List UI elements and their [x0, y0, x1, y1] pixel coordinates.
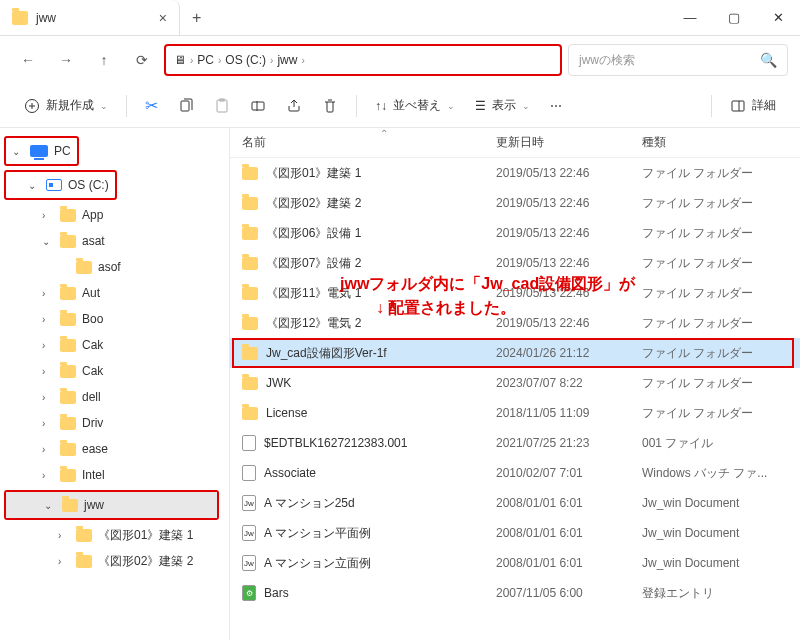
file-date: 2010/02/07 7:01 [496, 466, 642, 480]
file-row[interactable]: 《図形07》設備 22019/05/13 22:46ファイル フォルダー [230, 248, 800, 278]
file-row[interactable]: 《図形06》設備 12019/05/13 22:46ファイル フォルダー [230, 218, 800, 248]
chevron-icon[interactable] [42, 340, 54, 351]
file-name: JWK [266, 376, 291, 390]
jww-file-icon: Jw [242, 495, 256, 511]
chevron-icon[interactable] [42, 392, 54, 403]
tree-item[interactable]: Cak [4, 332, 225, 358]
search-placeholder: jwwの検索 [579, 52, 635, 69]
new-button[interactable]: 新規作成 ⌄ [16, 91, 116, 121]
nav-tree[interactable]: PCOS (C:)AppasatasofAutBooCakCakdellDriv… [0, 128, 230, 640]
folder-icon [242, 287, 258, 300]
tree-item[interactable]: asat [4, 228, 225, 254]
file-name: A マンション平面例 [264, 525, 371, 542]
file-row[interactable]: 《図形02》建築 22019/05/13 22:46ファイル フォルダー [230, 188, 800, 218]
file-date: 2008/01/01 6:01 [496, 496, 642, 510]
tree-item[interactable]: Intel [4, 462, 225, 488]
minimize-button[interactable]: — [668, 0, 712, 36]
rename-button[interactable] [242, 91, 274, 121]
close-button[interactable]: ✕ [756, 0, 800, 36]
file-type: Jw_win Document [642, 496, 800, 510]
breadcrumb-drive[interactable]: OS (C:) [225, 53, 266, 67]
breadcrumb[interactable]: 🖥 › PC › OS (C:) › jww › [164, 44, 562, 76]
tree-item[interactable]: PC [4, 134, 225, 168]
file-row[interactable]: JwA マンション25d2008/01/01 6:01Jw_win Docume… [230, 488, 800, 518]
cut-button[interactable]: ✂ [137, 91, 166, 121]
tree-item[interactable]: OS (C:) [4, 168, 225, 202]
file-row[interactable]: 《図形01》建築 12019/05/13 22:46ファイル フォルダー [230, 158, 800, 188]
file-date: 2008/01/01 6:01 [496, 556, 642, 570]
file-date: 2019/05/13 22:46 [496, 196, 642, 210]
tree-item[interactable]: App [4, 202, 225, 228]
tree-label: ease [82, 442, 108, 456]
chevron-icon[interactable] [42, 470, 54, 481]
chevron-icon[interactable] [42, 418, 54, 429]
file-row[interactable]: JwA マンション立面例2008/01/01 6:01Jw_win Docume… [230, 548, 800, 578]
tree-item[interactable]: Cak [4, 358, 225, 384]
chevron-icon[interactable] [42, 210, 54, 221]
details-pane-button[interactable]: 詳細 [722, 91, 784, 121]
file-row[interactable]: $EDTBLK1627212383.0012021/07/25 21:23001… [230, 428, 800, 458]
chevron-icon[interactable] [58, 556, 70, 567]
copy-button[interactable] [170, 91, 202, 121]
chevron-down-icon: ⌄ [522, 101, 530, 111]
back-button[interactable]: ← [12, 44, 44, 76]
tree-item[interactable]: ease [4, 436, 225, 462]
chevron-icon[interactable] [12, 146, 24, 157]
tree-item[interactable]: Boo [4, 306, 225, 332]
tree-label: Cak [82, 338, 103, 352]
view-button[interactable]: ☰ 表示 ⌄ [467, 91, 538, 121]
trash-icon [322, 98, 338, 114]
tree-item[interactable]: asof [4, 254, 225, 280]
breadcrumb-pc[interactable]: PC [197, 53, 214, 67]
close-tab-icon[interactable]: × [159, 10, 167, 26]
folder-icon [60, 417, 76, 430]
file-row[interactable]: 《図形12》電気 22019/05/13 22:46ファイル フォルダー [230, 308, 800, 338]
file-name: $EDTBLK1627212383.001 [264, 436, 407, 450]
tree-item[interactable]: Aut [4, 280, 225, 306]
chevron-icon[interactable] [42, 236, 54, 247]
file-row[interactable]: 《図形11》電気 12019/05/13 22:46ファイル フォルダー [230, 278, 800, 308]
folder-icon [76, 555, 92, 568]
chevron-icon[interactable] [42, 366, 54, 377]
chevron-icon[interactable] [42, 444, 54, 455]
share-button[interactable] [278, 91, 310, 121]
chevron-icon[interactable] [42, 314, 54, 325]
file-row[interactable]: License2018/11/05 11:09ファイル フォルダー [230, 398, 800, 428]
folder-icon [242, 167, 258, 180]
file-name: A マンション立面例 [264, 555, 371, 572]
tree-item[interactable]: dell [4, 384, 225, 410]
folder-icon [60, 391, 76, 404]
file-name: 《図形01》建築 1 [266, 165, 361, 182]
paste-button[interactable] [206, 91, 238, 121]
file-row[interactable]: ⚙Bars2007/11/05 6:00登録エントリ [230, 578, 800, 608]
file-row[interactable]: JWK2023/07/07 8:22ファイル フォルダー [230, 368, 800, 398]
search-input[interactable]: jwwの検索 🔍 [568, 44, 788, 76]
breadcrumb-jww[interactable]: jww [277, 53, 297, 67]
more-button[interactable]: ⋯ [542, 91, 570, 121]
pc-icon: 🖥 [174, 53, 186, 67]
tree-item[interactable]: 《図形02》建築 2 [4, 548, 225, 574]
tab-jww[interactable]: jww × [0, 0, 180, 35]
chevron-icon[interactable] [58, 530, 70, 541]
chevron-icon[interactable] [44, 500, 56, 511]
sort-button[interactable]: ↑↓ 並べ替え ⌄ [367, 91, 463, 121]
col-type[interactable]: 種類 [642, 134, 800, 151]
new-tab-button[interactable]: + [180, 9, 213, 27]
tree-item[interactable]: Driv [4, 410, 225, 436]
tree-label: 《図形01》建築 1 [98, 527, 193, 544]
file-row[interactable]: Jw_cad設備図形Ver-1f2024/01/26 21:12ファイル フォル… [230, 338, 800, 368]
file-row[interactable]: Associate2010/02/07 7:01Windows バッチ ファ..… [230, 458, 800, 488]
tree-item[interactable]: 《図形01》建築 1 [4, 522, 225, 548]
chevron-icon[interactable] [28, 180, 40, 191]
col-name[interactable]: 名前 [242, 134, 496, 151]
col-date[interactable]: 更新日時 [496, 134, 642, 151]
chevron-icon[interactable] [42, 288, 54, 299]
maximize-button[interactable]: ▢ [712, 0, 756, 36]
tree-item[interactable]: jww [4, 490, 219, 520]
folder-icon [60, 469, 76, 482]
up-button[interactable]: ↑ [88, 44, 120, 76]
delete-button[interactable] [314, 91, 346, 121]
forward-button[interactable]: → [50, 44, 82, 76]
refresh-button[interactable]: ⟳ [126, 44, 158, 76]
file-row[interactable]: JwA マンション平面例2008/01/01 6:01Jw_win Docume… [230, 518, 800, 548]
